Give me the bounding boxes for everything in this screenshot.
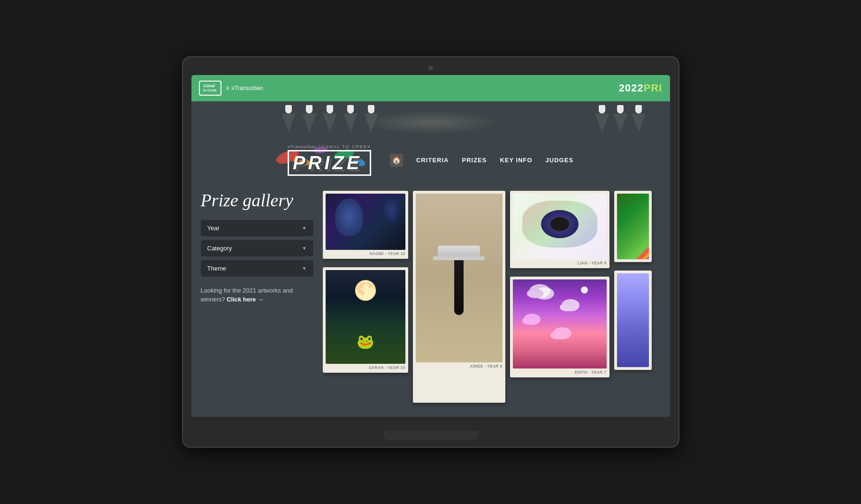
edith-art <box>513 279 607 369</box>
spotlight-rail <box>285 105 374 113</box>
spotlight-area <box>191 101 670 139</box>
prize-text-container: PRIZE <box>288 150 371 176</box>
artwork-aimee[interactable]: AIMEE - YEAR 8 <box>413 191 505 403</box>
aimee-caption: AIMEE - YEAR 8 <box>416 364 503 369</box>
artwork-partial-top[interactable] <box>614 191 652 262</box>
aimee-art-inner <box>416 194 503 362</box>
theme-filter-label: Theme <box>207 265 226 272</box>
nav-items: 🏠 CRITERIA PRIZES KEY INFO JUDGES <box>390 154 573 167</box>
category-filter-dropdown[interactable]: Category ▼ <box>201 240 313 256</box>
archive-link[interactable]: Click here → <box>227 296 264 303</box>
laptop-base <box>337 440 525 447</box>
header-right-logo: 2022PRI <box>619 82 663 94</box>
gallery-column-4 <box>614 191 652 406</box>
pri-label: PRI <box>644 82 663 94</box>
laptop-stand <box>384 431 478 440</box>
hat-sculpture <box>438 241 480 315</box>
sarah-caption: SARAH - YEAR 10 <box>326 365 405 370</box>
lian-art <box>513 194 607 259</box>
spotlight-3 <box>327 105 333 113</box>
partial-art-top <box>617 194 649 259</box>
canal-creek-logo: Canal to Creek <box>199 81 221 95</box>
logo-top-line: ≡Transurban | CANAL TO CREEK <box>288 144 371 149</box>
artwork-partial-bottom-image <box>617 273 649 367</box>
gallery-container: NAOMI - YEAR 10 SARAH - YEAR 10 <box>323 191 661 406</box>
gallery-column-1: NAOMI - YEAR 10 SARAH - YEAR 10 <box>323 191 408 406</box>
header-bar: Canal to Creek ≡ ≡Transurban 2022PRI <box>191 75 670 101</box>
nav-criteria[interactable]: CRITERIA <box>416 157 449 164</box>
artwork-sarah-image <box>326 270 405 364</box>
transurban-small: ≡Transurban <box>288 144 317 149</box>
hat-cone <box>454 259 464 315</box>
year-label: 2022 <box>619 82 644 94</box>
transurban-lines-icon: ≡ <box>226 85 229 91</box>
page-title: Prize gallery <box>201 191 313 211</box>
cloud-4 <box>550 331 565 339</box>
hat-cylinder <box>438 246 480 259</box>
spotlight-2 <box>306 105 312 113</box>
cloud-1 <box>527 289 543 298</box>
partial-art-bottom <box>617 273 649 367</box>
cloud-3 <box>522 317 535 324</box>
spotlight-4 <box>347 105 354 113</box>
artwork-naomi[interactable]: NAOMI - YEAR 10 <box>323 191 408 259</box>
laptop-bottom-bezel <box>191 417 670 431</box>
edith-caption: EDITH - YEAR 7 <box>513 370 607 375</box>
artwork-lian[interactable]: LIAN - YEAR 9 <box>510 191 610 268</box>
gallery-column-2: AIMEE - YEAR 8 <box>413 191 505 406</box>
moon-dot <box>581 286 588 293</box>
theme-dropdown-arrow: ▼ <box>302 266 307 271</box>
spotlight-6 <box>599 105 605 113</box>
gallery-column-3: LIAN - YEAR 9 <box>510 191 610 406</box>
transurban-label: ≡Transurban <box>231 85 263 91</box>
laptop-screen: Canal to Creek ≡ ≡Transurban 2022PRI <box>191 75 670 431</box>
naomi-caption: NAOMI - YEAR 10 <box>326 251 405 256</box>
artwork-edith[interactable]: EDITH - YEAR 7 <box>510 277 610 377</box>
canal-to-creek-small: CANAL TO CREEK <box>321 144 371 149</box>
artwork-partial-top-image <box>617 194 649 259</box>
laptop-frame: Canal to Creek ≡ ≡Transurban 2022PRI <box>182 56 679 448</box>
spotlight-rail-right <box>599 105 642 113</box>
artwork-partial-bottom[interactable] <box>614 271 652 370</box>
artwork-edith-image <box>513 279 607 369</box>
nav-key-info[interactable]: KEY INFO <box>500 157 532 164</box>
transurban-logo: ≡ ≡Transurban <box>226 85 263 91</box>
main-content: Prize gallery Year ▼ Category ▼ Theme ▼ … <box>191 181 670 416</box>
artwork-naomi-image <box>326 194 405 250</box>
nav-prizes[interactable]: PRIZES <box>462 157 487 164</box>
spotlight-1 <box>285 105 292 113</box>
spotlight-5 <box>368 105 374 113</box>
lian-caption: LIAN - YEAR 9 <box>513 261 607 265</box>
artwork-aimee-image <box>416 194 503 362</box>
hat-brim <box>433 256 485 260</box>
year-filter-dropdown[interactable]: Year ▼ <box>201 220 313 236</box>
year-filter-label: Year <box>207 225 220 232</box>
artwork-sarah[interactable]: SARAH - YEAR 10 <box>323 267 408 373</box>
nav-row: ≡Transurban | CANAL TO CREEK PRIZE <box>191 139 670 181</box>
home-button[interactable]: 🏠 <box>390 154 403 167</box>
sidebar: Prize gallery Year ▼ Category ▼ Theme ▼ … <box>201 191 313 406</box>
year-dropdown-arrow: ▼ <box>302 226 307 231</box>
laptop-camera <box>428 66 433 70</box>
spotlight-8 <box>635 105 642 113</box>
category-filter-label: Category <box>207 245 232 252</box>
spotlight-glow <box>360 111 501 134</box>
header-logo: Canal to Creek ≡ ≡Transurban <box>199 81 263 95</box>
nav-judges[interactable]: JUDGES <box>546 157 573 164</box>
artwork-lian-image <box>513 194 607 259</box>
eye-pupil <box>550 217 569 231</box>
prize-title: PRIZE <box>288 150 371 176</box>
spotlight-7 <box>617 105 624 113</box>
category-dropdown-arrow: ▼ <box>302 246 307 251</box>
theme-filter-dropdown[interactable]: Theme ▼ <box>201 260 313 277</box>
cloud-2 <box>560 303 574 311</box>
prize-logo-wrapper: ≡Transurban | CANAL TO CREEK PRIZE <box>288 144 371 176</box>
archive-section: Looking for the 2021 artworks and winner… <box>201 286 313 304</box>
